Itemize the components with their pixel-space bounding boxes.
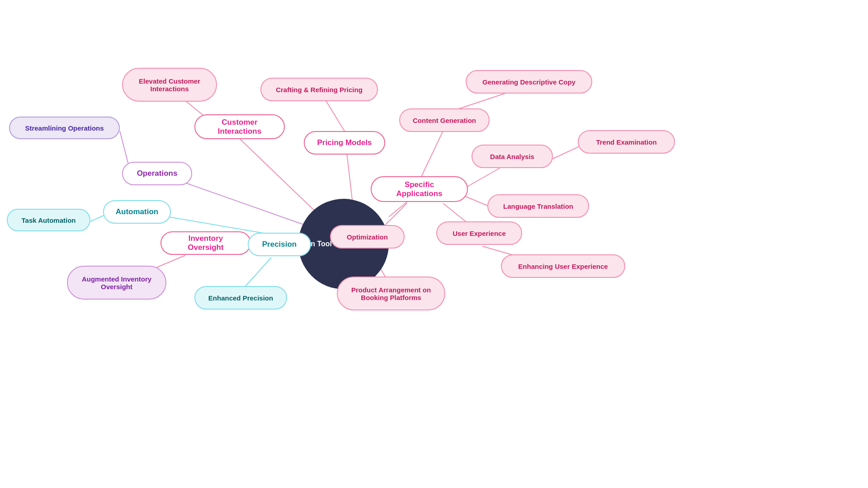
node-inventory-oversight: Inventory Oversight [160,231,251,255]
node-task-automation: Task Automation [7,209,90,231]
svg-line-18 [549,145,583,160]
node-customer-interactions: Customer Interactions [194,114,285,139]
node-operations: Operations [122,162,192,185]
svg-line-12 [420,124,446,178]
svg-line-11 [243,258,271,289]
node-elevated-customer: Elevated CustomerInteractions [122,68,217,102]
node-product-arrangement: Product Arrangement onBooking Platforms [337,277,445,310]
node-content-generation: Content Generation [399,108,490,132]
node-language-translation: Language Translation [487,194,589,218]
node-streamlining: Streamlining Operations [9,117,120,139]
node-trend-examination: Trend Examination [578,130,675,154]
node-data-analysis: Data Analysis [472,145,553,168]
node-enhanced-precision: Enhanced Precision [194,286,287,310]
node-specific-applications: Specific Applications [371,176,468,202]
node-generating-copy: Generating Descriptive Copy [466,70,592,94]
node-optimization: Optimization [330,225,405,249]
node-augmented-inventory: Augmented InventoryOversight [67,266,166,300]
node-precision: Precision [248,233,311,256]
node-enhancing-ux: Enhancing User Experience [501,254,625,278]
node-automation: Automation [103,200,171,224]
node-user-experience: User Experience [436,221,522,245]
mindmap-container: AI in Tool Rental Services Customer Inte… [0,0,868,488]
node-pricing-models: Pricing Models [304,131,385,155]
node-crafting-pricing: Crafting & Refining Pricing [260,78,378,101]
